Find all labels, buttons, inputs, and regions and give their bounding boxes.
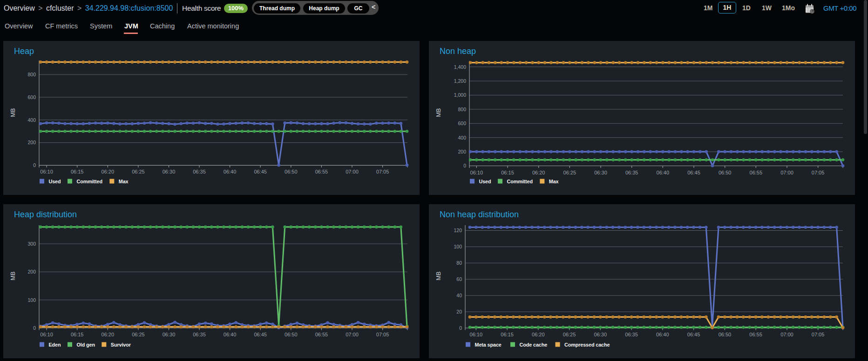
svg-text:06:55: 06:55 [315,332,328,337]
svg-text:1,000: 1,000 [454,92,466,98]
svg-text:06:55: 06:55 [750,170,763,175]
svg-text:06:20: 06:20 [102,169,115,174]
svg-text:Non heap distribution: Non heap distribution [440,210,519,219]
svg-text:06:40: 06:40 [656,332,669,337]
svg-text:07:00: 07:00 [780,170,793,175]
svg-text:MB: MB [435,272,442,281]
svg-text:07:00: 07:00 [780,332,793,337]
svg-text:20: 20 [456,309,462,314]
svg-text:Meta space: Meta space [475,342,502,348]
svg-text:06:55: 06:55 [749,332,762,337]
svg-text:200: 200 [458,149,466,154]
svg-text:Survivor: Survivor [111,342,131,348]
svg-text:06:35: 06:35 [625,332,638,337]
svg-text:06:40: 06:40 [224,332,237,337]
svg-text:06:10: 06:10 [40,169,53,174]
svg-text:07:05: 07:05 [376,332,389,337]
svg-text:80: 80 [456,260,462,266]
svg-text:07:05: 07:05 [812,170,825,175]
svg-text:06:20: 06:20 [532,170,545,175]
svg-text:06:25: 06:25 [563,170,576,175]
svg-text:06:45: 06:45 [687,332,700,337]
svg-text:800: 800 [458,107,466,112]
svg-text:1,200: 1,200 [454,78,466,84]
svg-text:300: 300 [27,241,36,247]
svg-text:06:20: 06:20 [102,332,115,337]
svg-text:06:10: 06:10 [470,170,483,175]
svg-text:MB: MB [10,108,16,117]
svg-text:06:30: 06:30 [594,170,607,175]
svg-text:Eden: Eden [49,342,61,348]
svg-text:400: 400 [458,135,466,140]
svg-text:06:20: 06:20 [532,332,545,337]
svg-text:Old gen: Old gen [77,342,95,348]
svg-text:06:25: 06:25 [132,332,145,337]
svg-text:400: 400 [27,117,36,123]
svg-text:06:30: 06:30 [594,332,607,337]
svg-text:06:15: 06:15 [71,332,84,337]
svg-text:07:05: 07:05 [812,332,825,337]
svg-text:06:50: 06:50 [719,332,732,337]
svg-text:0: 0 [459,325,462,331]
svg-text:Compressed cache: Compressed cache [564,342,610,348]
svg-text:06:10: 06:10 [40,332,53,337]
svg-text:600: 600 [458,120,466,126]
svg-text:40: 40 [456,293,462,298]
svg-text:06:25: 06:25 [563,332,576,337]
svg-text:06:10: 06:10 [470,332,483,337]
svg-text:06:35: 06:35 [625,170,638,175]
svg-text:Used: Used [479,179,491,184]
svg-text:MB: MB [10,272,16,281]
svg-text:200: 200 [27,140,36,145]
svg-text:Code cache: Code cache [520,342,548,348]
svg-text:06:45: 06:45 [687,170,700,175]
svg-text:Used: Used [49,179,61,184]
svg-text:100: 100 [27,297,36,303]
svg-text:600: 600 [27,94,36,100]
svg-text:Max: Max [549,179,559,184]
svg-text:06:45: 06:45 [254,332,267,337]
svg-text:200: 200 [27,269,36,274]
svg-text:06:50: 06:50 [285,332,298,337]
svg-text:06:50: 06:50 [285,169,298,174]
svg-text:06:50: 06:50 [719,170,732,175]
svg-text:Heap distribution: Heap distribution [14,210,77,219]
svg-text:60: 60 [456,276,462,282]
svg-text:06:40: 06:40 [224,169,237,174]
svg-text:0: 0 [33,325,36,331]
svg-text:1,400: 1,400 [454,64,466,70]
svg-text:Committed: Committed [507,179,533,184]
svg-text:100: 100 [454,244,462,249]
svg-text:Heap: Heap [14,47,34,56]
svg-text:Max: Max [119,179,129,184]
svg-text:07:00: 07:00 [346,169,359,174]
svg-text:07:00: 07:00 [346,332,359,337]
svg-text:07:05: 07:05 [376,169,389,174]
svg-text:06:15: 06:15 [71,169,84,174]
svg-text:Committed: Committed [77,179,102,184]
svg-text:0: 0 [33,162,36,168]
svg-text:06:35: 06:35 [193,169,206,174]
svg-text:800: 800 [27,72,36,77]
svg-text:0: 0 [463,163,466,168]
svg-text:06:35: 06:35 [193,332,206,337]
svg-text:06:15: 06:15 [501,332,514,337]
svg-text:MB: MB [435,108,442,117]
svg-text:06:30: 06:30 [163,332,176,337]
svg-text:Non heap: Non heap [440,47,476,56]
svg-text:06:30: 06:30 [163,169,176,174]
svg-text:06:25: 06:25 [132,169,145,174]
svg-text:120: 120 [454,227,462,233]
svg-text:06:55: 06:55 [315,169,328,174]
svg-text:06:40: 06:40 [657,170,670,175]
svg-text:06:15: 06:15 [501,170,514,175]
svg-text:06:45: 06:45 [254,169,267,174]
